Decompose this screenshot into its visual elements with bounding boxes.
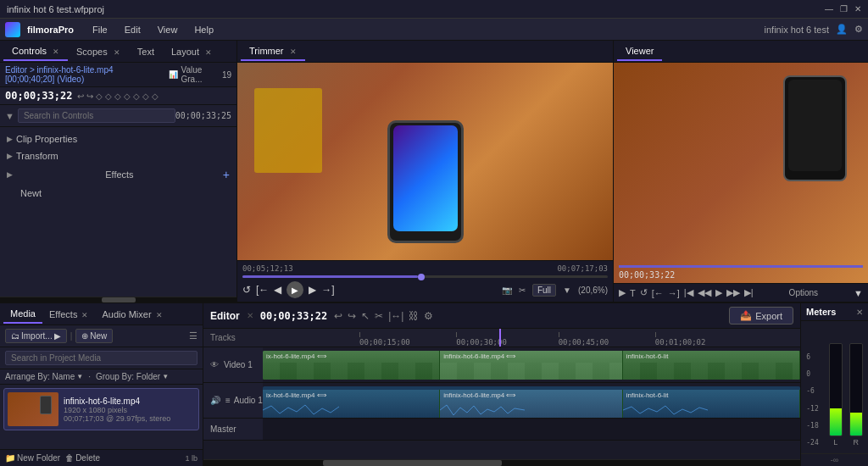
tab-viewer[interactable]: Viewer <box>617 42 662 61</box>
viewer-options-arrow[interactable]: ▼ <box>854 288 863 298</box>
arrange-by-button[interactable]: Arrange By: Name ▼ <box>5 372 83 381</box>
eye-icon[interactable]: 👁 <box>210 360 219 369</box>
effects-item[interactable]: ▶ Effects + <box>0 164 236 185</box>
close-controls-tab[interactable]: ✕ <box>53 47 59 56</box>
tab-effects[interactable]: Effects ✕ <box>42 306 96 323</box>
video-clip-1[interactable]: ix-hot-6-lite.mp4 ⟺ <box>263 351 440 380</box>
media-search <box>0 347 203 369</box>
prev-frame-btn[interactable]: ◀ <box>274 284 281 296</box>
viewer-text-btn[interactable]: T <box>630 288 636 298</box>
video-clip-3[interactable]: infinix-hot-6-lit <box>623 351 800 380</box>
newt-item[interactable]: Newt <box>0 185 236 202</box>
audio-clip-1[interactable]: ix-hot-6-lite.mp4 ⟺ <box>263 390 440 418</box>
settings-tool[interactable]: ⚙ <box>424 310 433 322</box>
ctrl1[interactable]: ◇ <box>96 92 103 101</box>
viewer-ff-btn[interactable]: ▶▶ <box>726 287 740 298</box>
loop-btn[interactable]: ↺ <box>242 284 251 296</box>
ripple-tool[interactable]: |↔| <box>388 310 403 322</box>
clip-properties-item[interactable]: ▶ Clip Properties <box>0 130 236 147</box>
tab-media[interactable]: Media <box>3 305 42 324</box>
media-item[interactable]: infinix-hot-6-lite.mp4 1920 x 1080 pixel… <box>3 388 199 430</box>
close-audio-tab[interactable]: ✕ <box>156 311 163 319</box>
viewer-skip-start[interactable]: |◀ <box>684 287 693 298</box>
audio-mute-icon[interactable]: ≡ <box>225 396 231 405</box>
tab-text[interactable]: Text <box>129 43 163 60</box>
ctrl4[interactable]: ◇ <box>124 92 131 101</box>
export-button[interactable]: 📤 Export <box>729 307 793 325</box>
bracket-end-btn[interactable]: →] <box>321 284 334 296</box>
play-button[interactable]: ▶ <box>287 281 303 298</box>
group-by-button[interactable]: Group By: Folder ▼ <box>96 372 169 381</box>
tab-layout[interactable]: Layout ✕ <box>163 43 220 60</box>
viewer-progress[interactable] <box>619 265 863 268</box>
effects-add-button[interactable]: + <box>223 168 230 181</box>
viewer-options-btn[interactable]: Options <box>789 288 818 297</box>
select-tool[interactable]: ↖ <box>361 310 370 322</box>
menu-view[interactable]: View <box>151 23 185 36</box>
viewer-skip-end[interactable]: ▶| <box>744 287 754 298</box>
close-meters[interactable]: ✕ <box>856 308 863 317</box>
editor-header: Editor ✕ 00;00;33;22 ↩ ↪ ↖ ✂ |↔| ⛓ ⚙ 📤 E… <box>203 303 800 329</box>
close-effects-tab[interactable]: ✕ <box>81 311 88 319</box>
search-media-input[interactable] <box>5 351 198 365</box>
menu-file[interactable]: File <box>86 23 114 36</box>
clip-label-1: ix-hot-6-lite.mp4 ⟺ <box>266 352 326 360</box>
minimize-button[interactable]: — <box>825 4 833 14</box>
quality-selector[interactable]: Full <box>532 284 556 297</box>
trimmer-progress-thumb[interactable] <box>418 274 425 280</box>
redo-icon[interactable]: ↪ <box>348 310 356 322</box>
playhead[interactable] <box>499 329 501 347</box>
ctrl3[interactable]: ◇ <box>114 92 121 101</box>
bracket-start-btn[interactable]: [← <box>256 284 269 296</box>
viewer-rewind-btn[interactable]: ◀◀ <box>698 287 711 298</box>
undo-btn[interactable]: ↩ <box>77 92 84 101</box>
transform-item[interactable]: ▶ Transform <box>0 147 236 164</box>
tab-scopes[interactable]: Scopes ✕ <box>68 43 129 60</box>
scrollbar-thumb[interactable] <box>323 460 502 466</box>
arrow-icon: ▶ <box>7 152 13 160</box>
speaker-icon[interactable]: 🔊 <box>210 396 220 405</box>
viewer-arrow-btn[interactable]: →] <box>668 288 680 298</box>
group-arrow: ▼ <box>162 373 169 380</box>
viewer-play-btn[interactable]: ▶ <box>619 287 626 298</box>
close-trimmer-tab[interactable]: ✕ <box>290 47 297 56</box>
tab-trimmer[interactable]: Trimmer ✕ <box>241 42 305 61</box>
close-scopes-tab[interactable]: ✕ <box>114 48 120 57</box>
menu-help[interactable]: Help <box>187 23 220 36</box>
timeline-scrollbar[interactable] <box>203 459 800 466</box>
scale-neg12: -12 <box>806 405 818 413</box>
window-controls[interactable]: — ❐ ✕ <box>825 4 861 14</box>
tab-audio-mixer[interactable]: Audio Mixer ✕ <box>95 306 169 323</box>
trimmer-progress-bar[interactable] <box>242 275 608 278</box>
viewer-play-main[interactable]: ▶ <box>715 287 722 298</box>
close-layout-tab[interactable]: ✕ <box>205 48 212 57</box>
search-controls-input[interactable] <box>18 108 175 123</box>
import-button[interactable]: 🗂 Import... ▶ <box>5 329 67 343</box>
viewer-bracket-btn[interactable]: [← <box>652 288 664 298</box>
link-tool[interactable]: ⛓ <box>409 310 419 322</box>
audio-clip-3[interactable]: infinix-hot-6-lit <box>623 390 800 418</box>
audio-clip-2[interactable]: infinix-hot-6-lite.mp4 ⟺ <box>440 390 623 418</box>
new-folder-button[interactable]: 📁 New Folder <box>5 453 60 463</box>
close-button[interactable]: ✕ <box>854 4 861 14</box>
menu-edit[interactable]: Edit <box>118 23 147 36</box>
ctrl5[interactable]: ◇ <box>133 92 140 101</box>
redo-btn[interactable]: ↪ <box>86 92 93 101</box>
ctrl6[interactable]: ◇ <box>142 92 149 101</box>
video-clip-2[interactable]: infinix-hot-6-lite.mp4 ⟺ <box>440 351 623 380</box>
viewer-loop-btn[interactable]: ↺ <box>640 287 648 298</box>
meter-r-label: R <box>853 438 859 447</box>
next-frame-btn[interactable]: ▶ <box>309 284 316 296</box>
video-track-bg: ix-hot-6-lite.mp4 ⟺ infinix-hot-6-lite.m… <box>263 351 800 380</box>
razor-tool[interactable]: ✂ <box>375 310 383 322</box>
maximize-button[interactable]: ❐ <box>840 4 848 14</box>
undo-icon[interactable]: ↩ <box>334 310 342 322</box>
new-media-button[interactable]: ⊕ New <box>75 329 113 343</box>
import-arrow[interactable]: ▶ <box>54 331 61 341</box>
delete-button[interactable]: 🗑 Delete <box>65 453 100 463</box>
viewer-tab-bar: Viewer <box>614 41 868 63</box>
ctrl2[interactable]: ◇ <box>105 92 112 101</box>
ctrl7[interactable]: ◇ <box>152 92 159 101</box>
list-view-button[interactable]: ☰ <box>189 330 198 341</box>
tab-controls[interactable]: Controls ✕ <box>3 42 68 61</box>
